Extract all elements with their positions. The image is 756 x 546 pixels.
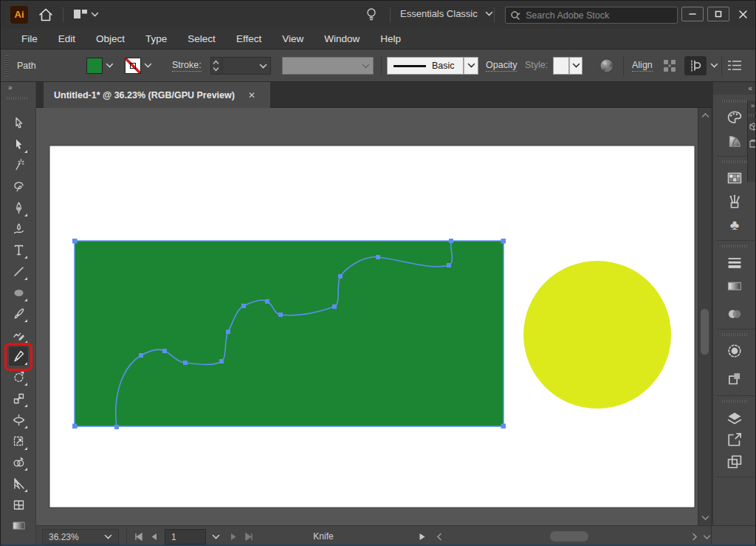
minimize-button[interactable] bbox=[681, 7, 704, 21]
stroke-color-swatch[interactable] bbox=[125, 58, 141, 74]
workspace-switcher[interactable]: Essentials Classic bbox=[400, 8, 493, 19]
hidden-panel-flyout[interactable]: » bbox=[747, 100, 756, 182]
align-grid-icon[interactable] bbox=[662, 58, 677, 73]
next-artboard-button[interactable] bbox=[230, 533, 238, 541]
horizontal-scroll-thumb[interactable] bbox=[550, 531, 588, 542]
opacity-label[interactable]: Opacity bbox=[486, 60, 517, 72]
lasso-tool[interactable] bbox=[9, 177, 28, 196]
stroke-weight-stepper[interactable] bbox=[210, 57, 221, 75]
scale-tool[interactable] bbox=[9, 389, 28, 408]
brushes-panel-icon[interactable] bbox=[726, 193, 743, 211]
width-tool[interactable] bbox=[9, 410, 28, 429]
green-rectangle[interactable] bbox=[75, 241, 504, 426]
magic-wand-tool[interactable] bbox=[9, 155, 28, 174]
paintbrush-tool[interactable] bbox=[9, 304, 28, 323]
menu-file[interactable]: File bbox=[11, 33, 48, 44]
panel-grip[interactable] bbox=[722, 333, 747, 336]
asset-export-panel-icon[interactable] bbox=[726, 431, 743, 448]
menu-object[interactable]: Object bbox=[86, 33, 135, 44]
symbols-panel-icon[interactable]: ♣ bbox=[726, 216, 743, 234]
panel-menu-icon[interactable] bbox=[727, 59, 742, 72]
align-to-chevron-icon[interactable] bbox=[710, 63, 718, 69]
menu-view[interactable]: View bbox=[272, 33, 314, 44]
mesh-tool[interactable] bbox=[9, 495, 28, 514]
document-tab[interactable]: Untitled-1* @ 36.23% (RGB/GPU Preview) ✕ bbox=[44, 82, 270, 108]
search-input[interactable] bbox=[526, 10, 659, 21]
previous-artboard-button[interactable] bbox=[150, 533, 158, 541]
type-tool[interactable] bbox=[9, 240, 28, 259]
panel-grip[interactable] bbox=[722, 160, 747, 163]
selection-tool[interactable] bbox=[9, 113, 28, 132]
curvature-tool[interactable] bbox=[9, 219, 28, 239]
panel-grip[interactable] bbox=[722, 100, 747, 103]
direct-selection-tool[interactable] bbox=[9, 134, 28, 154]
stroke-chevron-icon[interactable] bbox=[144, 63, 152, 69]
panel-grip[interactable] bbox=[722, 245, 747, 248]
menu-edit[interactable]: Edit bbox=[48, 33, 86, 44]
arrange-documents-icon[interactable] bbox=[73, 8, 88, 21]
scroll-down-icon[interactable] bbox=[703, 534, 711, 540]
graphic-styles-panel-icon[interactable] bbox=[726, 370, 743, 388]
stroke-weight-label[interactable]: Stroke: bbox=[172, 60, 202, 72]
fill-color-swatch[interactable] bbox=[86, 58, 103, 74]
vertical-scroll-thumb[interactable] bbox=[701, 309, 709, 355]
ellipse-tool[interactable] bbox=[9, 283, 28, 302]
recolor-artwork-icon[interactable] bbox=[599, 58, 615, 74]
artwork[interactable] bbox=[36, 108, 698, 525]
gradient-panel-icon[interactable] bbox=[726, 277, 743, 295]
stock-search[interactable] bbox=[505, 7, 678, 24]
appearance-panel-icon[interactable] bbox=[726, 342, 743, 360]
fill-chevron-icon[interactable] bbox=[106, 63, 114, 69]
free-transform-tool[interactable] bbox=[9, 431, 28, 451]
panel-grip[interactable] bbox=[722, 400, 747, 403]
arrange-documents-chevron-icon[interactable] bbox=[91, 12, 99, 18]
menu-effect[interactable]: Effect bbox=[226, 33, 272, 44]
toolbar-expand-icon[interactable]: » bbox=[8, 83, 12, 92]
perspective-grid-tool[interactable] bbox=[9, 474, 28, 493]
tab-close-icon[interactable]: ✕ bbox=[248, 90, 255, 100]
menu-type[interactable]: Type bbox=[135, 33, 177, 44]
stroke-panel-icon[interactable] bbox=[726, 253, 743, 271]
home-icon[interactable] bbox=[38, 7, 54, 23]
artboard-chevron-icon[interactable] bbox=[212, 534, 220, 540]
vertical-scrollbar[interactable] bbox=[698, 108, 711, 525]
gradient-tool[interactable] bbox=[9, 516, 28, 535]
color-guide-panel-icon[interactable] bbox=[726, 132, 743, 150]
shaper-tool[interactable] bbox=[9, 325, 28, 344]
artboards-panel-icon[interactable] bbox=[726, 453, 743, 471]
scroll-left-icon[interactable] bbox=[436, 533, 442, 541]
transparency-panel-icon[interactable] bbox=[726, 305, 743, 323]
align-to-button[interactable] bbox=[684, 56, 707, 75]
status-play-icon[interactable] bbox=[419, 533, 426, 541]
menu-window[interactable]: Window bbox=[314, 33, 370, 44]
last-artboard-button[interactable] bbox=[244, 533, 254, 541]
stroke-weight-dropdown[interactable] bbox=[222, 57, 271, 75]
scroll-up-icon[interactable] bbox=[701, 112, 709, 118]
maximize-button[interactable] bbox=[707, 7, 729, 21]
style-chevron[interactable] bbox=[569, 57, 583, 75]
toolbar-grip[interactable] bbox=[7, 97, 29, 100]
shape-builder-tool[interactable] bbox=[9, 452, 28, 471]
close-button[interactable] bbox=[733, 7, 752, 21]
pen-tool[interactable] bbox=[9, 198, 28, 217]
knife-tool[interactable] bbox=[9, 347, 28, 366]
align-label[interactable]: Align bbox=[632, 60, 653, 72]
zoom-level-dropdown[interactable]: 36.23% bbox=[42, 529, 119, 545]
style-swatch[interactable] bbox=[553, 57, 569, 75]
horizontal-scrollbar[interactable] bbox=[432, 526, 702, 546]
lightbulb-icon[interactable] bbox=[364, 7, 379, 23]
swatches-panel-icon[interactable] bbox=[726, 169, 743, 187]
menu-select[interactable]: Select bbox=[177, 33, 226, 44]
menu-help[interactable]: Help bbox=[370, 33, 411, 44]
dock-collapse-icon[interactable]: « bbox=[713, 82, 756, 95]
panel-grip[interactable] bbox=[5, 55, 9, 76]
color-panel-icon[interactable] bbox=[726, 109, 743, 126]
layers-panel-icon[interactable] bbox=[726, 410, 743, 428]
first-artboard-button[interactable] bbox=[134, 533, 143, 541]
canvas-area[interactable] bbox=[36, 108, 698, 525]
stroke-style-chevron[interactable] bbox=[464, 57, 478, 75]
stroke-style-dropdown[interactable]: Basic bbox=[387, 57, 464, 75]
scroll-right-icon[interactable] bbox=[692, 533, 698, 541]
flyout-expand-icon[interactable]: » bbox=[748, 100, 756, 109]
scroll-down-icon[interactable] bbox=[701, 515, 709, 521]
